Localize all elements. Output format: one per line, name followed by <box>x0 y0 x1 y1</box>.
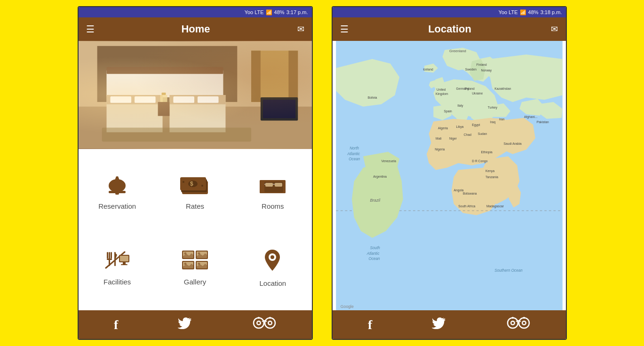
svg-text:Chad: Chad <box>463 133 471 136</box>
svg-text:Mali: Mali <box>436 137 442 140</box>
svg-rect-41 <box>275 183 282 187</box>
svg-text:Saudi Arabia: Saudi Arabia <box>503 142 521 145</box>
svg-rect-45 <box>107 259 112 260</box>
location-icon <box>260 247 286 276</box>
status-signal-2: Yoo LTE <box>499 9 518 15</box>
twitter-icon[interactable] <box>178 317 193 332</box>
tripadvisor-icon[interactable] <box>253 316 276 333</box>
svg-text:Nigeria: Nigeria <box>435 148 445 151</box>
svg-text:Egypt: Egypt <box>472 123 480 127</box>
svg-text:United: United <box>437 88 446 91</box>
hamburger-icon-2[interactable]: ☰ <box>340 24 349 35</box>
menu-item-reservation[interactable]: Reservation <box>79 154 156 228</box>
svg-rect-43 <box>107 252 108 259</box>
svg-rect-49 <box>120 256 128 261</box>
svg-point-71 <box>269 322 271 324</box>
svg-text:Iran: Iran <box>499 118 504 121</box>
svg-text:$: $ <box>190 181 193 187</box>
svg-text:Algeria: Algeria <box>437 126 447 130</box>
svg-text:Southern Ocean: Southern Ocean <box>494 268 523 273</box>
status-battery: 48% <box>274 9 285 15</box>
phone-location: Yoo LTE 📶 48% 3:18 p.m. ☰ Location ✉ <box>332 6 567 340</box>
svg-rect-44 <box>111 252 112 259</box>
svg-text:Norway: Norway <box>481 69 492 72</box>
tripadvisor-icon-2[interactable] <box>507 316 530 333</box>
svg-text:Atlantic: Atlantic <box>347 152 360 156</box>
svg-text:Pakistan: Pakistan <box>536 120 549 124</box>
twitter-icon-2[interactable] <box>432 317 447 332</box>
menu-item-rates[interactable]: $ Rates <box>156 154 234 228</box>
menu-item-location[interactable]: Location <box>234 228 311 306</box>
svg-text:Ocean: Ocean <box>349 157 360 161</box>
location-label: Location <box>259 279 286 287</box>
svg-text:Angola: Angola <box>453 189 463 192</box>
svg-text:North: North <box>350 146 359 150</box>
menu-item-rooms[interactable]: Rooms <box>234 154 311 228</box>
hamburger-icon[interactable]: ☰ <box>86 24 95 35</box>
svg-text:South: South <box>370 246 380 250</box>
status-time: 3:17 p.m. <box>286 9 308 15</box>
status-wifi-2: 📶 <box>520 9 526 16</box>
svg-point-72 <box>258 317 260 319</box>
svg-text:Afghani...: Afghani... <box>524 115 537 119</box>
svg-point-25 <box>116 176 119 179</box>
svg-text:Iraq: Iraq <box>490 120 495 124</box>
svg-point-127 <box>512 322 514 324</box>
svg-text:Atlantic: Atlantic <box>366 252 379 256</box>
svg-point-70 <box>258 322 260 324</box>
rooms-label: Rooms <box>262 202 284 210</box>
svg-text:Bolivia: Bolivia <box>367 96 377 99</box>
svg-text:Iceland: Iceland <box>423 68 433 71</box>
menu-item-facilities[interactable]: Facilities <box>79 228 156 306</box>
gallery-icon <box>180 248 210 275</box>
bell-icon <box>103 173 131 199</box>
gallery-label: Gallery <box>184 278 207 286</box>
svg-point-129 <box>512 317 514 319</box>
svg-text:Greenland: Greenland <box>449 49 466 53</box>
phone-home: Yoo LTE 📶 48% 3:17 p.m. ☰ Home ✉ <box>78 6 313 340</box>
svg-point-63 <box>198 263 200 265</box>
svg-text:Finland: Finland <box>476 63 486 66</box>
svg-point-73 <box>269 317 271 319</box>
status-bar-location: Yoo LTE 📶 48% 3:18 p.m. <box>333 7 566 17</box>
svg-text:Ukraine: Ukraine <box>472 92 483 95</box>
svg-text:D R Congo: D R Congo <box>472 159 488 163</box>
svg-text:Argentina: Argentina <box>373 175 387 179</box>
svg-text:Tanzania: Tanzania <box>485 175 498 179</box>
svg-rect-50 <box>123 262 126 264</box>
map-area[interactable]: Brazil North Atlantic Ocean South Atlant… <box>333 41 566 310</box>
facebook-icon-2[interactable]: f <box>368 317 372 332</box>
page-title-home: Home <box>181 23 210 35</box>
reservation-label: Reservation <box>98 202 136 210</box>
svg-rect-51 <box>121 264 127 265</box>
svg-text:Spain: Spain <box>444 110 452 113</box>
social-bar-location: f <box>333 310 566 339</box>
svg-point-33 <box>183 181 184 183</box>
facilities-label: Facilities <box>103 278 131 286</box>
page-title-location: Location <box>428 23 471 35</box>
rates-icon: $ <box>180 173 210 199</box>
svg-point-130 <box>523 317 525 319</box>
svg-text:Niger: Niger <box>449 137 457 141</box>
svg-text:Brazil: Brazil <box>370 198 381 203</box>
menu-item-gallery[interactable]: Gallery <box>156 228 234 306</box>
nav-bar-home: ☰ Home ✉ <box>79 17 312 41</box>
svg-point-128 <box>523 322 525 324</box>
svg-point-57 <box>198 252 200 255</box>
svg-point-54 <box>184 252 186 255</box>
rates-label: Rates <box>186 202 204 210</box>
status-time-2: 3:18 p.m. <box>541 9 562 15</box>
svg-text:Madagascar: Madagascar <box>486 204 504 208</box>
svg-text:Turkey: Turkey <box>487 106 497 110</box>
facebook-icon[interactable]: f <box>114 317 118 332</box>
mail-icon-home[interactable]: ✉ <box>297 24 304 34</box>
svg-text:Botswana: Botswana <box>462 192 477 195</box>
svg-text:Libya: Libya <box>456 125 463 129</box>
svg-text:Venezuela: Venezuela <box>381 159 396 163</box>
facilities-icon <box>102 248 133 275</box>
svg-text:Kenya: Kenya <box>485 169 494 173</box>
svg-text:Sweden: Sweden <box>465 68 477 71</box>
svg-point-65 <box>270 255 274 259</box>
svg-text:Google: Google <box>340 304 353 309</box>
mail-icon-location[interactable]: ✉ <box>551 24 558 34</box>
